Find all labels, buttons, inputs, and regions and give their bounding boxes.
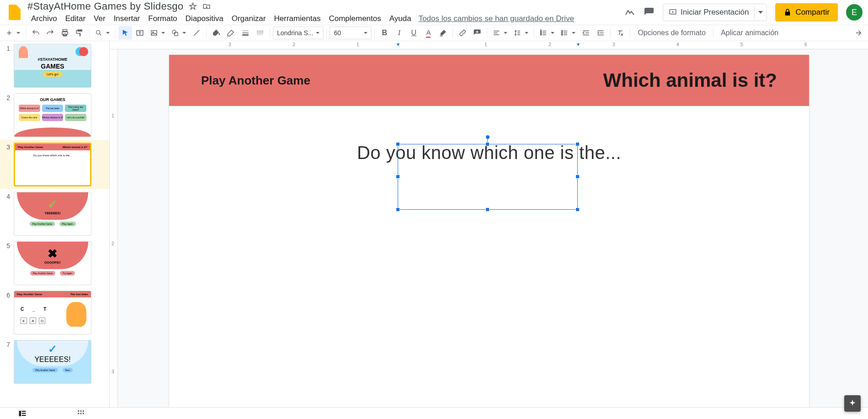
menu-insert[interactable]: Insertar (110, 13, 144, 24)
header-right: Iniciar Presentación Compartir E (624, 3, 863, 21)
comment-button[interactable] (470, 26, 484, 40)
line-spacing-button[interactable] (511, 26, 531, 40)
resize-handle-tm[interactable] (485, 142, 490, 146)
increase-indent-button[interactable] (594, 26, 607, 40)
resize-handle-bm[interactable] (485, 207, 490, 212)
share-button[interactable]: Compartir (775, 3, 838, 21)
ruler-vertical[interactable]: 1 2 3 (110, 49, 118, 407)
numbered-list-button[interactable]: 123 (537, 26, 557, 40)
svg-rect-21 (80, 413, 82, 414)
clear-formatting-button[interactable] (613, 26, 627, 40)
present-button[interactable]: Iniciar Presentación (663, 4, 754, 21)
align-button[interactable] (490, 26, 510, 40)
slide-panel[interactable]: 1 #STAYATHOME GAMES Let's go! 2 OUR GAME… (0, 41, 110, 419)
ruler-tick: 1 (112, 113, 114, 118)
menu-addons[interactable]: Complementos (325, 13, 384, 24)
menu-tools[interactable]: Herramientas (270, 13, 324, 24)
resize-handle-bl[interactable] (396, 207, 400, 212)
resize-handle-br[interactable] (575, 207, 580, 212)
decrease-indent-button[interactable] (579, 26, 593, 40)
comments-icon[interactable] (644, 7, 655, 18)
resize-handle-ml[interactable] (396, 175, 400, 179)
slide-thumbnail-1[interactable]: 1 #STAYATHOME GAMES Let's go! (0, 41, 109, 90)
slides-logo[interactable] (5, 3, 24, 21)
paint-format-button[interactable] (73, 26, 86, 40)
svg-rect-3 (151, 31, 157, 36)
italic-button[interactable]: I (392, 26, 406, 40)
slide-thumbnail-5[interactable]: 5 ✖OOOOPS!! Play Another GameTry Again (0, 239, 109, 288)
ruler-tick: 1 (357, 42, 359, 47)
indent-marker-left[interactable]: ▾ (397, 41, 399, 48)
font-family-select[interactable]: Londrina S... (273, 27, 324, 39)
menu-format[interactable]: Formato (144, 13, 181, 24)
underline-button[interactable]: U (407, 26, 421, 40)
ruler-horizontal[interactable]: 3 2 1 ▾ 1 2 ▾ 3 4 5 6 (110, 41, 868, 49)
menu-help[interactable]: Ayuda (386, 13, 415, 24)
svg-rect-18 (80, 410, 82, 412)
undo-button[interactable] (29, 26, 43, 40)
svg-rect-15 (22, 413, 26, 414)
slide-header-right[interactable]: Which animal is it? (603, 69, 777, 91)
slide-canvas[interactable]: Play Another Game Which animal is it? Do… (169, 55, 809, 407)
print-button[interactable] (58, 26, 72, 40)
border-dash-button[interactable] (253, 26, 267, 40)
zoom-button[interactable] (92, 26, 112, 40)
thumb-content: ✓YEEEEES! Play Another GamePlay Again (14, 192, 91, 236)
animate-button[interactable]: Aplicar animación (716, 28, 783, 38)
slide-thumbnail-4[interactable]: 4 ✓YEEEEES! Play Another GamePlay Again (0, 189, 109, 239)
slide-thumbnail-2[interactable]: 2 OUR GAMES Which animal is it?The lost … (0, 90, 109, 140)
share-label: Compartir (795, 8, 830, 17)
image-tool[interactable] (148, 26, 168, 40)
fill-color-button[interactable] (209, 26, 223, 40)
bold-button[interactable]: B (378, 26, 391, 40)
separator (270, 28, 270, 38)
save-status[interactable]: Todos los cambios se han guardado en Dri… (419, 14, 574, 23)
move-folder-icon[interactable] (202, 2, 211, 11)
textbox-tool[interactable] (133, 26, 147, 40)
link-button[interactable] (456, 26, 469, 40)
font-size-select[interactable]: 60 (330, 27, 372, 39)
indent-marker-right[interactable]: ▾ (577, 41, 580, 48)
svg-point-10 (562, 31, 563, 32)
star-icon[interactable] (189, 2, 197, 11)
collapse-toolbar-button[interactable] (852, 26, 865, 40)
slide-header-bar: Play Another Game Which animal is it? (169, 55, 809, 106)
select-tool[interactable] (118, 26, 132, 40)
line-tool[interactable] (190, 26, 203, 40)
filmstrip-view-icon[interactable] (18, 409, 27, 418)
shape-tool[interactable] (169, 26, 189, 40)
grid-view-icon[interactable] (77, 409, 85, 418)
border-color-button[interactable] (224, 26, 238, 40)
rotate-handle[interactable] (486, 135, 490, 139)
resize-handle-tl[interactable] (396, 142, 400, 146)
menu-edit[interactable]: Editar (62, 13, 89, 24)
menu-view[interactable]: Ver (90, 13, 109, 24)
doc-title[interactable]: #StayAtHome Games by Slidesgo (27, 0, 183, 12)
resize-handle-mr[interactable] (575, 175, 580, 179)
menu-file[interactable]: Archivo (27, 13, 61, 24)
format-options-button[interactable]: Opciones de formato (633, 28, 710, 38)
new-slide-button[interactable] (3, 26, 23, 40)
highlight-button[interactable] (436, 26, 450, 40)
selection-box[interactable] (398, 144, 578, 210)
menu-arrange[interactable]: Organizar (228, 13, 270, 24)
slide-thumbnail-6[interactable]: 6 Play Another GameThe lost letter C _ T… (0, 288, 109, 337)
ruler-tick: 5 (740, 42, 743, 47)
text-color-button[interactable]: A (421, 26, 435, 40)
font-size-value: 60 (334, 29, 341, 37)
separator (206, 28, 207, 38)
redo-button[interactable] (43, 26, 57, 40)
bulleted-list-button[interactable] (558, 26, 578, 40)
resize-handle-tr[interactable] (575, 142, 580, 146)
activity-icon[interactable] (624, 7, 635, 18)
ruler-tick: 1 (485, 42, 487, 47)
border-weight-button[interactable] (239, 26, 252, 40)
menu-slide[interactable]: Diapositiva (182, 13, 227, 24)
doc-area: #StayAtHome Games by Slidesgo Archivo Ed… (27, 0, 624, 24)
slide-header-left[interactable]: Play Another Game (201, 74, 310, 88)
present-dropdown[interactable] (754, 6, 767, 18)
slide-thumbnail-7[interactable]: 7 ✓YEEEEES! Play Another GameNext (0, 337, 109, 387)
account-avatar[interactable]: E (846, 4, 863, 21)
slide-thumbnail-3[interactable]: 3 Play Another GameWhich animal is it? D… (0, 140, 109, 189)
explore-button[interactable] (844, 395, 861, 412)
